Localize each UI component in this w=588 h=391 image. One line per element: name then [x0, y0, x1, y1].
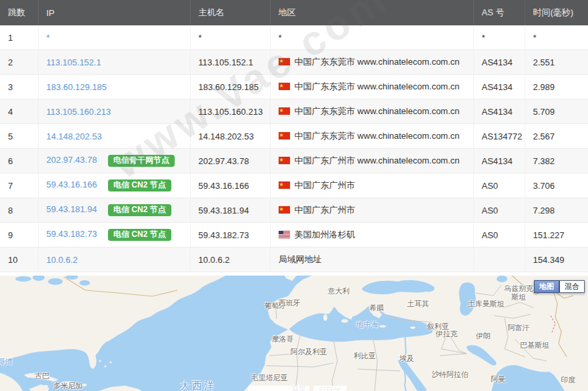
map-label: 大西洋: [180, 380, 216, 391]
hop-cell: 3: [0, 75, 38, 99]
time-cell: 7.298: [525, 198, 588, 223]
map-label: 古巴: [35, 371, 49, 381]
col-header-ip: IP: [38, 0, 190, 25]
table-row: 7 59.43.16.166 电信 CN2 节点 59.43.16.166 中国…: [0, 173, 588, 198]
ip-cell: 59.43.181.94 电信 CN2 节点: [38, 198, 190, 223]
ip-cell: 113.105.160.213: [38, 99, 190, 124]
time-cell: 154.349: [525, 248, 588, 272]
ip-link[interactable]: 183.60.129.185: [47, 82, 107, 92]
asn-cell: AS4134: [473, 50, 525, 75]
cn-flag-icon: [279, 132, 290, 139]
region-cell: *: [270, 25, 473, 50]
ip-link[interactable]: 59.43.16.166: [47, 179, 97, 189]
cn-flag-icon: [279, 157, 290, 164]
map-label: 多米尼加: [53, 381, 83, 391]
cn-flag-icon: [279, 181, 290, 189]
hostname-cell: 113.105.152.1: [190, 50, 270, 75]
hostname-cell: 59.43.182.73: [190, 223, 270, 248]
col-header-time: 时间(毫秒): [525, 0, 588, 25]
table-row: 8 59.43.181.94 电信 CN2 节点 59.43.181.94 中国…: [0, 198, 588, 223]
map-label: 土库曼斯坦: [468, 299, 505, 309]
col-header-host: 主机名: [190, 0, 270, 25]
hostname-cell: 10.0.6.2: [190, 248, 270, 272]
table-row: 10 10.0.6.2 10.0.6.2 局域网地址 154.349: [0, 248, 588, 272]
map-label: 希腊: [369, 303, 384, 313]
asn-cell: AS0: [473, 198, 525, 223]
map-view-button[interactable]: 地图: [534, 280, 559, 293]
asn-cell: *: [473, 25, 525, 50]
region-cell: 美国加州洛杉矶: [270, 223, 473, 248]
hostname-cell: 113.105.160.213: [190, 99, 270, 124]
hostname-cell: 14.148.202.53: [190, 124, 270, 149]
region-text: 美国加州洛杉矶: [295, 230, 355, 240]
ip-link[interactable]: 113.105.160.213: [47, 107, 111, 117]
region-text: 中国广东广州市: [295, 205, 355, 215]
asn-cell: AS4134: [473, 99, 525, 124]
map-label: 巴基斯坦: [520, 340, 549, 350]
map-label: 意大利: [328, 286, 350, 296]
time-cell: 3.706: [525, 173, 588, 198]
trace-table-body: 1 * * * * * 2 113.105.152.1 113.105.152.…: [0, 25, 588, 272]
region-cell: 局域网地址: [270, 248, 473, 272]
region-text: 局域网地址: [279, 254, 322, 264]
region-cell: 中国广东广州市 www.chinatelecom.com.cn: [270, 149, 473, 173]
ip-link[interactable]: *: [47, 33, 50, 43]
world-map[interactable]: 葡萄牙西班牙意大利希腊土耳其乌兹别克斯坦土库曼斯坦阿富汗伊朗巴基斯坦伊拉克叙利亚…: [0, 276, 588, 391]
table-row: 6 202.97.43.78 电信骨干网节点 202.97.43.78 中国广东…: [0, 149, 588, 173]
region-text: 中国广东广州市 www.chinatelecom.com.cn: [295, 155, 460, 165]
ip-cell: 10.0.6.2: [38, 248, 190, 272]
map-label: 阿富汗: [508, 323, 530, 333]
table-row: 5 14.148.202.53 14.148.202.53 中国广东东莞市 ww…: [0, 124, 588, 149]
ip-link[interactable]: 59.43.182.73: [47, 229, 97, 239]
time-cell: 2.551: [525, 50, 588, 75]
region-text: 中国广东东莞市 www.chinatelecom.com.cn: [295, 57, 460, 67]
table-row: 4 113.105.160.213 113.105.160.213 中国广东东莞…: [0, 99, 588, 124]
map-attribution-box: [248, 386, 309, 391]
ip-cell: *: [38, 25, 190, 50]
ip-link[interactable]: 14.148.202.53: [47, 131, 102, 141]
hostname-cell: 59.43.181.94: [190, 198, 270, 223]
map-attribution-box: [313, 386, 347, 391]
col-header-asn: AS 号: [473, 0, 525, 25]
hop-cell: 5: [0, 124, 38, 149]
hostname-cell: 202.97.43.78: [190, 149, 270, 173]
hop-cell: 7: [0, 173, 38, 198]
region-cell: 中国广东东莞市 www.chinatelecom.com.cn: [270, 75, 473, 99]
cn-flag-icon: [279, 58, 290, 65]
hostname-cell: *: [190, 25, 270, 50]
ip-cell: 183.60.129.185: [38, 75, 190, 99]
hostname-cell: 59.43.16.166: [190, 173, 270, 198]
cn-flag-icon: [279, 83, 290, 90]
hop-cell: 2: [0, 50, 38, 75]
time-cell: 7.382: [525, 149, 588, 173]
map-label: 乌兹别克斯坦: [501, 284, 536, 301]
map-label: 埃及: [399, 354, 414, 364]
region-text: 中国广东东莞市 www.chinatelecom.com.cn: [295, 81, 460, 91]
hop-cell: 9: [0, 223, 38, 248]
node-badge: 电信 CN2 节点: [108, 204, 171, 216]
asn-cell: AS4134: [473, 75, 525, 99]
asn-cell: AS134772: [473, 124, 525, 149]
col-header-region: 地区: [270, 0, 473, 25]
ip-link[interactable]: 59.43.181.94: [47, 204, 97, 214]
col-header-hop: 跳数: [0, 0, 38, 25]
time-cell: 2.567: [525, 124, 588, 149]
hop-cell: 8: [0, 198, 38, 223]
hybrid-view-button[interactable]: 混合: [559, 280, 585, 293]
ip-cell: 59.43.182.73 电信 CN2 节点: [38, 223, 190, 248]
node-badge: 电信骨干网节点: [108, 155, 175, 167]
ip-link[interactable]: 10.0.6.2: [47, 255, 78, 265]
ip-cell: 113.105.152.1: [38, 50, 190, 75]
cn-flag-icon: [279, 107, 290, 115]
asn-cell: [473, 248, 525, 272]
region-cell: 中国广东广州市: [270, 173, 473, 198]
map-label: 阿曼: [491, 374, 505, 384]
table-row: 1 * * * * *: [0, 25, 588, 50]
table-row: 3 183.60.129.185 183.60.129.185 中国广东东莞市 …: [0, 75, 588, 99]
ip-link[interactable]: 202.97.43.78: [47, 155, 97, 165]
map-label: 叙利亚: [427, 322, 449, 332]
hop-cell: 1: [0, 25, 38, 50]
ip-link[interactable]: 113.105.152.1: [47, 57, 101, 67]
node-badge: 电信 CN2 节点: [108, 179, 171, 191]
map-label: 伊朗: [476, 331, 491, 341]
